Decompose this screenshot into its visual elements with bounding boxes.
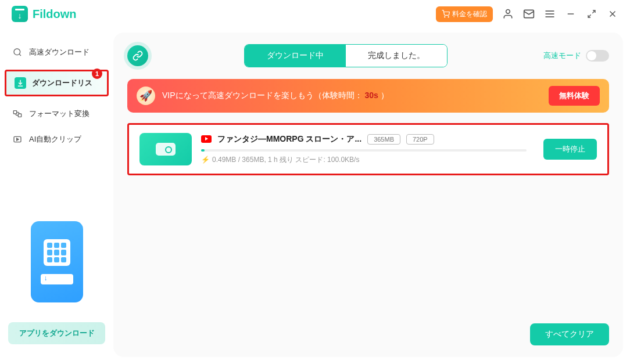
svg-point-2 [506,10,510,14]
speed-mode-control: 高速モード [543,50,609,62]
bolt-icon: ⚡ [201,156,210,164]
vip-banner-content: 🚀 VIPになって高速ダウンロードを楽しもう（体験時間： 30s ） [137,87,389,105]
app-promo-illustration [13,215,101,314]
app-name: Fildown [33,8,77,21]
mail-icon[interactable] [523,8,535,20]
sidebar-item-label: 高速ダウンロード [29,47,90,57]
convert-icon [12,108,23,120]
svg-line-13 [19,54,21,56]
speed-mode-toggle[interactable] [586,50,609,62]
app-logo-icon [12,6,28,22]
vip-text: VIPになって高速ダウンロードを楽しもう（体験時間： 30s ） [162,91,389,101]
clear-all-button[interactable]: すべてクリア [530,323,609,345]
sidebar: 高速ダウンロード ダウンロードリス 1 フォーマット変換 AI自動クリップ [0,28,113,364]
status-tabs: ダウンロード中 完成しました。 [244,44,448,67]
pause-button[interactable]: 一時停止 [543,139,597,160]
add-link-button[interactable] [127,45,148,66]
main-content: ダウンロード中 完成しました。 高速モード 🚀 VIPになって高速ダウンロードを… [113,33,623,357]
svg-rect-15 [13,111,16,114]
speed-mode-label: 高速モード [543,51,581,61]
sidebar-item-ai-clip[interactable]: AI自動クリップ [0,127,113,152]
tab-completed[interactable]: 完成しました。 [346,45,447,67]
video-thumbnail [139,133,192,165]
app-header: Fildown 料金を確認 [0,0,630,28]
svg-line-9 [588,15,591,17]
download-stats: ⚡ 0.49MB / 365MB, 1 h 残り スピード: 100.0KB/s [201,155,534,165]
svg-point-12 [14,49,20,55]
vip-banner: 🚀 VIPになって高速ダウンロードを楽しもう（体験時間： 30s ） 無料体験 [127,79,609,113]
rocket-icon: 🚀 [137,87,155,105]
search-icon [12,46,23,58]
download-count-badge: 1 [92,69,102,79]
sidebar-item-fast-download[interactable]: 高速ダウンロード [0,39,113,65]
download-item-title: ファンタジ―MMORPG スローン・ア... [217,134,361,145]
size-chip: 365MB [367,134,400,145]
download-item-info: ファンタジ―MMORPG スローン・ア... 365MB 720P ⚡ 0.49… [201,134,534,165]
svg-rect-16 [18,114,21,117]
main-footer: すべてクリア [127,315,609,345]
sidebar-promo: アプリをダウンロード [0,215,113,352]
sidebar-item-label: ダウンロードリス [32,78,92,88]
user-icon[interactable] [502,8,514,20]
sidebar-item-download-list[interactable]: ダウンロードリス 1 [5,70,109,96]
maximize-icon[interactable] [586,8,597,20]
quality-chip: 720P [406,134,434,145]
sidebar-item-label: AI自動クリップ [29,134,81,145]
tab-downloading[interactable]: ダウンロード中 [245,45,346,67]
download-app-button[interactable]: アプリをダウンロード [8,322,105,344]
sidebar-item-label: フォーマット変換 [29,109,90,119]
close-icon[interactable] [607,8,618,20]
minimize-icon[interactable] [565,8,577,20]
download-icon [15,77,26,89]
menu-icon[interactable] [544,8,556,20]
logo-area: Fildown [12,6,77,22]
header-controls: 料金を確認 [436,6,618,22]
youtube-icon [201,135,212,143]
svg-point-0 [445,17,445,17]
check-fee-button[interactable]: 料金を確認 [436,6,493,22]
svg-line-8 [592,10,595,13]
download-progress-bar [201,149,527,152]
main-toolbar: ダウンロード中 完成しました。 高速モード [127,44,609,67]
cart-icon [442,10,450,18]
free-trial-button[interactable]: 無料体験 [549,86,600,106]
svg-point-1 [448,17,449,17]
link-icon [133,51,143,61]
sidebar-item-format-convert[interactable]: フォーマット変換 [0,101,113,127]
vip-countdown: 30s [364,91,378,100]
svg-marker-18 [17,138,19,140]
check-fee-label: 料金を確認 [452,9,487,19]
download-item: ファンタジ―MMORPG スローン・ア... 365MB 720P ⚡ 0.49… [127,123,609,175]
clip-icon [12,134,23,145]
